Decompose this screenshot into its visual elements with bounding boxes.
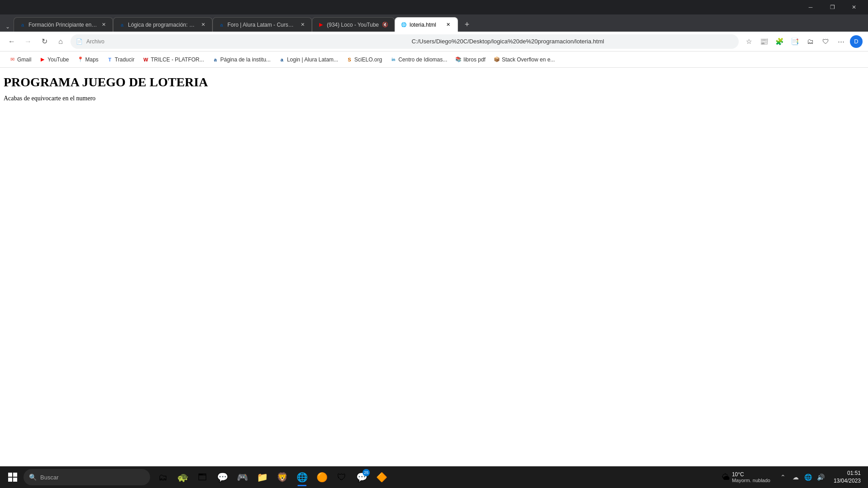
- extensions-icon[interactable]: 🧩: [773, 35, 786, 48]
- address-label: Archivo: [86, 38, 408, 45]
- tab-favicon-youtube: ▶: [318, 22, 324, 28]
- bookmark-youtube-label: YouTube: [47, 56, 69, 63]
- bookmark-youtube[interactable]: ▶ YouTube: [36, 55, 72, 65]
- bookmark-traducir[interactable]: T Traducir: [103, 55, 138, 65]
- archive-icon: 📄: [76, 38, 83, 45]
- profile-icon[interactable]: D: [850, 35, 863, 48]
- start-button[interactable]: [4, 468, 22, 486]
- bookmark-scielo[interactable]: S SciELO.org: [343, 55, 386, 65]
- gmail-favicon: ✉: [9, 56, 15, 63]
- clock-date: 13/04/2023: [834, 477, 861, 485]
- taskbar-app-file-explorer[interactable]: 🗂: [154, 468, 172, 486]
- tab-close-loteria[interactable]: ✕: [445, 21, 452, 28]
- tab-bar: ⌄ a Formación Principiante en Prog... ✕ …: [0, 14, 868, 32]
- tab-favicon-loteria: 🌐: [401, 22, 407, 28]
- tab-title-foro: Foro | Alura Latam - Cursos onli...: [227, 22, 296, 28]
- taskbar-app-orange-square[interactable]: 🔶: [373, 468, 391, 486]
- tray-up-arrow[interactable]: ⌃: [778, 472, 788, 483]
- taskbar-app-shield[interactable]: 🛡: [333, 468, 351, 486]
- browser-essentials-icon[interactable]: 🛡: [819, 35, 832, 48]
- taskbar-clock[interactable]: 01:51 13/04/2023: [830, 469, 864, 485]
- taskbar-app-discord[interactable]: 💬: [213, 468, 231, 486]
- bookmark-stackoverflow[interactable]: 📦 Stack Overflow en e...: [490, 55, 558, 65]
- tray-network-icon[interactable]: 🌐: [803, 472, 814, 483]
- tab-title-loteria: loteria.html: [410, 22, 442, 28]
- taskbar-apps: 🗂 🐢 🗔 💬 🎮 📁 🦁 🌐 🟠 🛡 💬: [154, 468, 391, 486]
- weather-info: 10°C Mayorm. nublado: [732, 471, 770, 483]
- tab-favicon-alura1: a: [19, 22, 26, 28]
- taskbar-app-chrome[interactable]: 🌐: [293, 468, 311, 486]
- taskbar-search[interactable]: 🔍 Buscar: [24, 469, 150, 485]
- forward-button[interactable]: →: [22, 35, 34, 48]
- title-bar-controls: ─ ❐ ✕: [800, 0, 864, 14]
- taskbar-app-folder[interactable]: 📁: [253, 468, 271, 486]
- page-content: PROGRAMA JUEGO DE LOTERIA Acabas de equi…: [0, 68, 868, 466]
- tab-logica[interactable]: a Lógica de programación: Conce... ✕: [113, 17, 212, 32]
- tab-youtube[interactable]: ▶ (934) Loco - YouTube 🔇: [312, 17, 395, 32]
- bookmark-idiomas[interactable]: in Centro de Idiomas...: [387, 55, 451, 65]
- taskbar: 🔍 Buscar 🗂 🐢 🗔 💬 🎮 📁 🦁 🌐 🟠: [0, 466, 868, 488]
- weather-widget[interactable]: 🌥 10°C Mayorm. nublado: [718, 471, 774, 483]
- edge-sidebar-icon[interactable]: 📰: [758, 35, 770, 48]
- toolbar: ← → ↻ ⌂ 📄 Archivo C:/Users/Diego%20C/Des…: [0, 32, 868, 52]
- tab-close-foro[interactable]: ✕: [299, 21, 306, 28]
- tab-down-arrow[interactable]: ⌄: [2, 22, 14, 32]
- taskbar-app-brave[interactable]: 🦁: [273, 468, 291, 486]
- whatsapp-badge: 25: [363, 469, 370, 476]
- tab-title-formacion: Formación Principiante en Prog...: [28, 22, 97, 28]
- weather-desc: Mayorm. nublado: [732, 478, 770, 483]
- youtube-favicon: ▶: [39, 56, 46, 63]
- address-url: C:/Users/Diego%20C/Desktop/logica%20de%2…: [412, 38, 734, 45]
- tab-favicon-foro: a: [218, 22, 225, 28]
- taskbar-app-turtle[interactable]: 🐢: [174, 468, 192, 486]
- alura-login-favicon: a: [279, 56, 285, 63]
- new-tab-button[interactable]: +: [460, 17, 474, 32]
- bookmark-trilce[interactable]: W TRILCE - PLATFOR...: [139, 55, 208, 65]
- scielo-favicon: S: [346, 56, 353, 63]
- bookmark-maps-label: Maps: [85, 56, 99, 63]
- bookmark-idiomas-label: Centro de Idiomas...: [398, 56, 447, 63]
- tab-loteria[interactable]: 🌐 loteria.html ✕: [395, 17, 458, 32]
- tab-formacion[interactable]: a Formación Principiante en Prog... ✕: [14, 17, 113, 32]
- page-message: Acabas de equivocarte en el numero: [4, 95, 864, 102]
- active-app-indicator: [297, 485, 307, 486]
- bookmark-libros-label: libros pdf: [463, 56, 486, 63]
- tab-close-logica[interactable]: ✕: [199, 21, 207, 28]
- stackoverflow-favicon: 📦: [494, 56, 500, 63]
- tray-cloud-icon[interactable]: ☁: [790, 472, 801, 483]
- close-button[interactable]: ✕: [844, 0, 864, 14]
- tab-close-formacion[interactable]: ✕: [100, 21, 107, 28]
- restore-button[interactable]: ❐: [822, 0, 843, 14]
- favorites-icon[interactable]: 📑: [788, 35, 801, 48]
- more-actions-icon[interactable]: ⋯: [835, 35, 847, 48]
- bookmark-maps[interactable]: 📍 Maps: [74, 55, 102, 65]
- page-title: PROGRAMA JUEGO DE LOTERIA: [4, 75, 864, 89]
- bookmark-login-alura[interactable]: a Login | Alura Latam...: [275, 55, 342, 65]
- taskbar-app-orange-circle[interactable]: 🟠: [313, 468, 331, 486]
- tray-volume-icon[interactable]: 🔊: [816, 472, 826, 483]
- windows-icon: [8, 473, 17, 482]
- bookmark-star-icon[interactable]: ☆: [742, 35, 755, 48]
- taskbar-app-game[interactable]: 🎮: [233, 468, 251, 486]
- bookmark-gmail[interactable]: ✉ Gmail: [5, 55, 35, 65]
- back-button[interactable]: ←: [5, 35, 18, 48]
- weather-temp: 10°C: [732, 471, 770, 478]
- taskbar-app-task-view[interactable]: 🗔: [193, 468, 212, 486]
- home-button[interactable]: ⌂: [54, 35, 67, 48]
- address-bar[interactable]: 📄 Archivo C:/Users/Diego%20C/Desktop/log…: [71, 34, 739, 49]
- collections-icon[interactable]: 🗂: [804, 35, 816, 48]
- tab-foro[interactable]: a Foro | Alura Latam - Cursos onli... ✕: [212, 17, 312, 32]
- tab-title-youtube: (934) Loco - YouTube: [327, 22, 379, 28]
- bookmark-gmail-label: Gmail: [17, 56, 31, 63]
- minimize-button[interactable]: ─: [800, 0, 821, 14]
- bookmark-institucion[interactable]: a Página de la institu...: [208, 55, 274, 65]
- bookmark-libros[interactable]: 📚 libros pdf: [452, 55, 489, 65]
- libros-favicon: 📚: [455, 56, 462, 63]
- trilce-favicon: W: [142, 56, 149, 63]
- tab-close-youtube[interactable]: 🔇: [382, 21, 389, 28]
- taskbar-right: 🌥 10°C Mayorm. nublado ⌃ ☁ 🌐 🔊 01:51 13/…: [718, 469, 864, 485]
- search-icon: 🔍: [29, 474, 37, 481]
- tab-title-logica: Lógica de programación: Conce...: [128, 22, 197, 28]
- clock-time: 01:51: [834, 469, 861, 477]
- reload-button[interactable]: ↻: [38, 35, 51, 48]
